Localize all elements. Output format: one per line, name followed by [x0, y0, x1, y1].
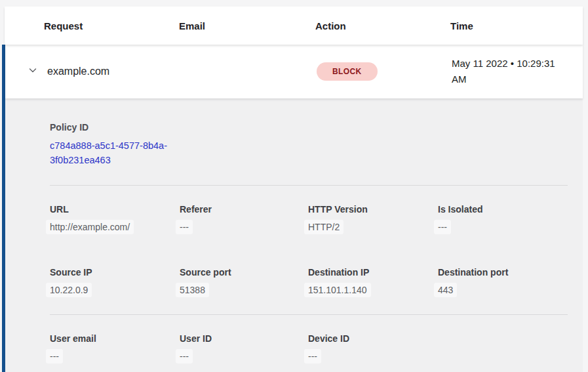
field-label: Referer — [180, 204, 308, 215]
column-header-time: Time — [450, 20, 583, 31]
field-label: HTTP Version — [308, 204, 438, 215]
field-source-ip: Source IP 10.22.0.9 — [50, 267, 180, 297]
field-label: User email — [50, 333, 180, 344]
log-table-header: Request Email Action Time — [5, 7, 583, 45]
field-label: Is Isolated — [438, 204, 568, 215]
status-badge: BLOCK — [317, 62, 378, 81]
field-value: --- — [304, 349, 321, 363]
expanded-log-entry: example.com BLOCK May 11 2022 • 10:29:31… — [2, 45, 583, 372]
user-fields-grid: User email --- User ID --- Device ID --- — [50, 333, 568, 363]
row-time-value: May 11 2022 • 10:29:31 AM — [452, 56, 574, 87]
log-detail-panel: Policy ID c784a888-a5c1-4577-8b4a-3f0b23… — [5, 98, 583, 372]
field-value: 443 — [434, 283, 457, 297]
field-device-id: Device ID --- — [308, 333, 438, 363]
row-expander-button[interactable] — [28, 65, 47, 78]
field-destination-ip: Destination IP 151.101.1.140 — [308, 267, 438, 297]
column-header-request: Request — [44, 20, 179, 31]
policy-id-label: Policy ID — [50, 122, 568, 133]
field-user-email: User email --- — [50, 333, 180, 363]
field-label: Source IP — [50, 267, 180, 278]
table-row[interactable]: example.com BLOCK May 11 2022 • 10:29:31… — [5, 45, 583, 98]
field-value: HTTP/2 — [304, 220, 343, 234]
column-header-email: Email — [179, 20, 315, 31]
field-url: URL http://example.com/ — [50, 204, 180, 234]
field-label: Destination port — [438, 267, 568, 278]
section-divider — [50, 185, 568, 186]
section-divider — [50, 314, 568, 315]
chevron-down-icon — [28, 65, 38, 78]
field-http-version: HTTP Version HTTP/2 — [308, 204, 438, 234]
policy-section: Policy ID c784a888-a5c1-4577-8b4a-3f0b23… — [50, 122, 568, 168]
field-label: Source port — [180, 267, 308, 278]
field-destination-port: Destination port 443 — [438, 267, 568, 297]
field-referer: Referer --- — [180, 204, 308, 234]
field-value: http://example.com/ — [46, 220, 134, 234]
field-label: Destination IP — [308, 267, 438, 278]
row-action-cell: BLOCK — [317, 62, 452, 81]
field-value: 151.101.1.140 — [304, 283, 371, 297]
field-source-port: Source port 51388 — [180, 267, 308, 297]
field-value: 51388 — [176, 283, 209, 297]
field-value: 10.22.0.9 — [46, 283, 92, 297]
field-label: User ID — [180, 333, 308, 344]
field-value: --- — [176, 349, 193, 363]
field-label: URL — [50, 204, 180, 215]
field-value: --- — [434, 220, 451, 234]
column-header-action: Action — [315, 20, 450, 31]
field-value: --- — [176, 220, 193, 234]
policy-id-link[interactable]: c784a888-a5c1-4577-8b4a-3f0b231ea463 — [50, 139, 181, 168]
request-fields-grid: URL http://example.com/ Referer --- HTTP… — [50, 204, 568, 297]
field-is-isolated: Is Isolated --- — [438, 204, 568, 234]
field-label: Device ID — [308, 333, 438, 344]
field-user-id: User ID --- — [180, 333, 308, 363]
field-empty — [438, 333, 568, 363]
field-value: --- — [46, 349, 63, 363]
row-request-value: example.com — [47, 66, 180, 77]
